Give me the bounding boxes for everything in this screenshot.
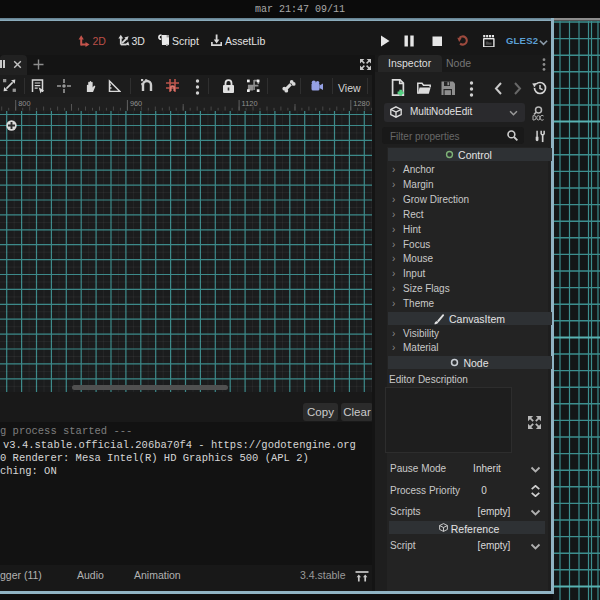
svg-text:800: 800 bbox=[18, 99, 30, 108]
svg-text:1280: 1280 bbox=[353, 99, 369, 108]
svg-text:1120: 1120 bbox=[242, 99, 258, 108]
svg-text:960: 960 bbox=[130, 99, 142, 108]
